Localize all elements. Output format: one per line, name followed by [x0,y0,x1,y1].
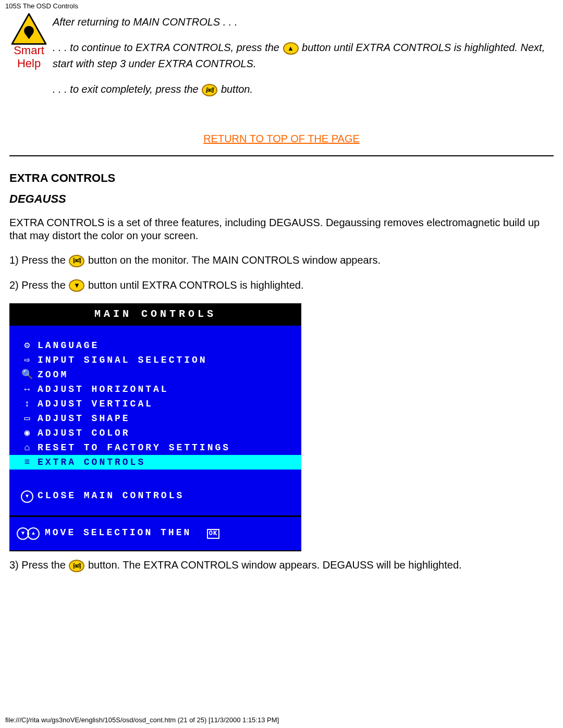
intro-paragraph: EXTRA CONTROLS is a set of three feature… [9,216,554,242]
smart-help-block: Smart Help After returning to MAIN CONTR… [9,12,554,107]
down-circle-icon: ▼ [21,490,33,503]
down-arrow-icon: ▼ [69,279,84,292]
osd-item: ◉ADJUST COLOR [9,426,301,440]
page-header: 105S The OSD Controls [0,0,563,12]
warning-triangle-icon [9,12,48,46]
smart-help-para3: . . . to exit completely, press the [ad]… [53,81,554,97]
step-3: 3) Press the [ad] button. The EXTRA CONT… [9,559,554,572]
osd-item-label: ADJUST VERTICAL [38,398,153,410]
osd-item-icon: ⌂ [17,442,38,454]
osd-item-icon: ↕ [17,398,38,410]
osd-item-label: ADJUST HORIZONTAL [38,384,169,396]
return-top-link[interactable]: RETURN TO TOP OF THE PAGE [203,133,360,144]
osd-footer: ▼▲ MOVE SELECTION THEN OK [9,517,301,550]
ok-box-icon: OK [207,529,219,539]
page-footer: file:///C|/rita wu/gs3noVE/english/105S/… [0,713,284,727]
osd-item: ⇨INPUT SIGNAL SELECTION [9,353,301,367]
osd-item: 🔍ZOOM [9,367,301,382]
ok-button-icon: [ad] [69,255,84,267]
osd-item-label: ADJUST SHAPE [38,413,130,425]
osd-title: MAIN CONTROLS [9,303,301,326]
osd-item-label: LANGUAGE [38,340,99,352]
osd-item: ⌂RESET TO FACTORY SETTINGS [9,440,301,455]
osd-item-label: INPUT SIGNAL SELECTION [38,354,207,366]
step-1: 1) Press the [ad] button on the monitor.… [9,254,554,267]
osd-close-row: ▼ CLOSE MAIN CONTROLS [9,477,301,515]
section-heading: EXTRA CONTROLS [9,171,554,186]
osd-item-icon: ⇨ [17,354,38,366]
section-divider [9,155,554,156]
osd-item: ↕ADJUST VERTICAL [9,397,301,411]
osd-item-icon: ◉ [17,427,38,439]
osd-item: ≡EXTRA CONTROLS [9,455,301,470]
osd-item-label: EXTRA CONTROLS [38,456,145,468]
osd-main-controls-screen: MAIN CONTROLS ⚙LANGUAGE⇨INPUT SIGNAL SEL… [9,303,301,551]
osd-item-icon: ▭ [17,413,38,425]
smart-help-para2: . . . to continue to EXTRA CONTROLS, pre… [53,40,554,72]
step-2: 2) Press the ▼ button until EXTRA CONTRO… [9,279,554,292]
osd-item: ↔ADJUST HORIZONTAL [9,382,301,397]
osd-item-label: ADJUST COLOR [38,427,130,439]
smart-help-label: Smart Help [9,44,48,70]
osd-item-icon: ↔ [17,384,38,396]
osd-item: ⚙LANGUAGE [9,338,301,353]
osd-item-icon: ≡ [17,456,38,468]
up-arrow-icon: ▲ [283,42,299,55]
osd-item-label: RESET TO FACTORY SETTINGS [38,442,230,454]
ok-button-icon: [ad] [69,560,84,572]
up-circle-icon: ▲ [27,527,40,540]
osd-item-label: ZOOM [38,369,68,381]
osd-item: ▭ADJUST SHAPE [9,411,301,426]
ok-button-icon: [ad] [202,84,217,96]
smart-help-para1: After returning to MAIN CONTROLS . . . [53,14,554,30]
osd-item-icon: ⚙ [17,340,38,352]
osd-item-icon: 🔍 [17,369,38,381]
section-subheading: DEGAUSS [9,192,554,206]
